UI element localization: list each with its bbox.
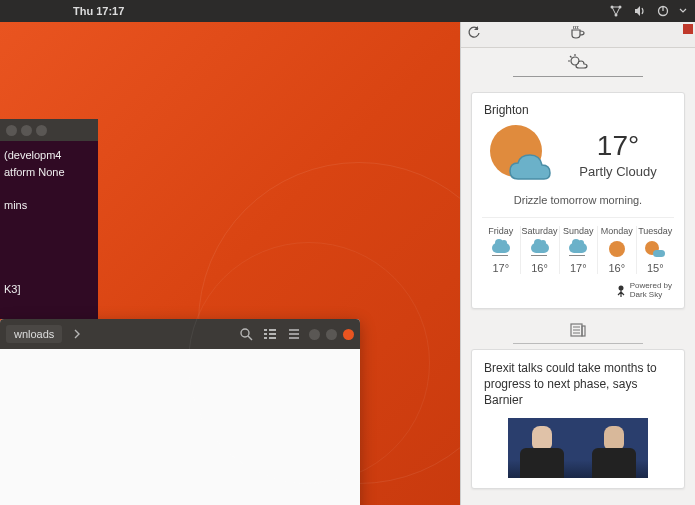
terminal-content[interactable]: (developm4 atform None mins [0, 141, 98, 219]
forecast-day: Tuesday15° [637, 226, 675, 274]
svg-rect-10 [269, 329, 276, 331]
rain-icon [561, 239, 597, 259]
news-card[interactable]: Brexit talks could take months to progre… [471, 349, 685, 490]
svg-rect-11 [269, 333, 276, 335]
window-button[interactable] [6, 125, 17, 136]
refresh-icon[interactable] [467, 26, 481, 44]
forecast-day: Sunday17° [560, 226, 599, 274]
hamburger-icon[interactable] [285, 325, 303, 343]
weather-card: Brighton 17° Partly Cloudy Drizzle tomor… [471, 92, 685, 309]
files-window[interactable]: wnloads [0, 319, 360, 505]
close-button[interactable] [343, 329, 354, 340]
rain-icon [483, 239, 519, 259]
news-tab[interactable] [461, 323, 695, 341]
partly-cloudy-icon [484, 123, 556, 185]
forecast-day: Friday17° [482, 226, 521, 274]
clock[interactable]: Thu 17:17 [8, 5, 609, 17]
network-icon[interactable] [609, 5, 623, 17]
indicator-icon[interactable] [683, 24, 693, 34]
svg-line-6 [248, 336, 252, 340]
weather-location: Brighton [484, 103, 672, 117]
volume-icon[interactable] [633, 5, 647, 17]
current-condition: Partly Cloudy [564, 164, 672, 179]
status-area[interactable] [609, 5, 687, 17]
side-panel-header [461, 22, 695, 48]
window-button[interactable] [21, 125, 32, 136]
news-headline: Brexit talks could take months to progre… [484, 360, 672, 409]
chevron-down-icon[interactable] [679, 8, 687, 14]
view-grid-icon[interactable] [261, 325, 279, 343]
svg-rect-7 [264, 329, 267, 331]
svg-rect-9 [264, 337, 267, 339]
svg-rect-8 [264, 333, 267, 335]
svg-point-20 [618, 286, 623, 291]
breadcrumb[interactable]: wnloads [6, 325, 62, 343]
weather-tab[interactable] [461, 48, 695, 80]
news-image [508, 418, 648, 478]
files-titlebar[interactable]: wnloads [0, 319, 360, 349]
svg-line-19 [570, 56, 572, 58]
weather-icon [568, 54, 588, 74]
terminal-content-2: K3] [0, 277, 60, 302]
rain-icon [522, 239, 558, 259]
chevron-right-icon[interactable] [68, 325, 86, 343]
partly-cloudy-icon [638, 239, 674, 259]
svg-point-5 [241, 329, 249, 337]
terminal-titlebar[interactable] [0, 119, 98, 141]
svg-rect-12 [269, 337, 276, 339]
forecast-row: Friday17°Saturday16°Sunday17°Monday16°Tu… [482, 217, 674, 274]
forecast-day: Saturday16° [521, 226, 560, 274]
forecast-day: Monday16° [598, 226, 637, 274]
coffee-icon[interactable] [570, 26, 586, 44]
power-icon[interactable] [657, 5, 669, 17]
gnome-topbar: Thu 17:17 [0, 0, 695, 22]
desktop-wallpaper: (developm4 atform None mins K3] wnloads [0, 22, 460, 505]
current-temp: 17° [564, 130, 672, 162]
search-icon[interactable] [237, 325, 255, 343]
newspaper-icon [570, 323, 586, 341]
maximize-button[interactable] [326, 329, 337, 340]
window-button[interactable] [36, 125, 47, 136]
weather-subtitle: Drizzle tomorrow morning. [484, 193, 672, 207]
side-panel: Brighton 17° Partly Cloudy Drizzle tomor… [460, 22, 695, 505]
minimize-button[interactable] [309, 329, 320, 340]
svg-rect-22 [582, 326, 585, 336]
darksky-attribution[interactable]: Powered by Dark Sky [484, 282, 672, 300]
sun-icon [599, 239, 635, 259]
